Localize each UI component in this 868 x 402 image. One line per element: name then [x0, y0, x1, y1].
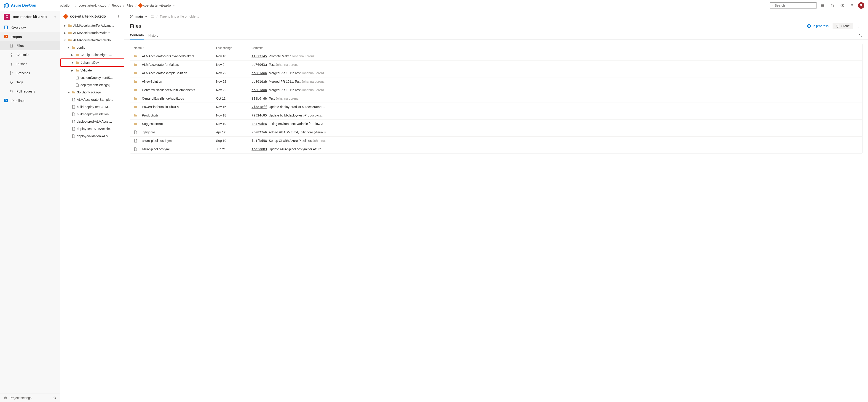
tree-folder[interactable]: ▶JohannaDev	[60, 59, 124, 67]
file-icon	[72, 134, 75, 138]
commit-hash[interactable]: 7fda18ff	[251, 105, 267, 109]
tree-repo-header[interactable]: coe-starter-kit-azdo ⋮	[60, 11, 124, 22]
chevron-right-icon[interactable]: ▶	[67, 91, 70, 94]
list-icon[interactable]	[818, 1, 827, 10]
tree-file[interactable]: build-deploy-validation...	[60, 110, 124, 118]
commit-hash[interactable]: fad3a803	[251, 147, 267, 151]
chevron-down-icon[interactable]: ▼	[67, 46, 70, 49]
table-row[interactable]: PowerPlatformGitHubALMNov 167fda18ff Upd…	[130, 103, 862, 111]
tree-folder[interactable]: ▼ALMAcceleratorSampleSol...	[60, 37, 124, 44]
branch-icon	[130, 14, 133, 18]
collapse-sidebar-icon[interactable]	[53, 396, 57, 400]
more-actions-button[interactable]: ⋮	[855, 23, 863, 29]
commit-hash[interactable]: ae76063a	[251, 63, 267, 66]
commit-hash[interactable]: cb801dab	[251, 80, 267, 83]
branch-bar: main / Type to find a file or folder...	[130, 13, 863, 20]
table-row[interactable]: CenterofExcellenceAuditComponentsNov 22c…	[130, 86, 862, 94]
table-row[interactable]: azure-pipelines.ymlJun 21fad3a803 Update…	[130, 145, 862, 153]
tree-folder[interactable]: ▶Validate	[60, 67, 124, 74]
commit-message: Test Johanna Lorenz	[269, 63, 299, 66]
nav-commits[interactable]: Commits	[0, 50, 60, 59]
commit-hash[interactable]: cb801dab	[251, 71, 267, 75]
chevron-right-icon[interactable]: ▶	[71, 61, 74, 64]
table-row[interactable]: azure-pipelines-1.ymlSep 10fa1fbd58 Set …	[130, 137, 862, 145]
commit-hash[interactable]: 018b6fdb	[251, 97, 267, 100]
tree-more-button[interactable]: ⋮	[117, 14, 121, 19]
branch-selector[interactable]: main	[130, 14, 148, 18]
tree-folder[interactable]: ▶ALMAcceleratorForAdvanc...	[60, 22, 124, 29]
project-header[interactable]: C coe-starter-kit-azdo +	[0, 11, 60, 23]
breadcrumb-item[interactable]: coe-starter-kit-azdo	[79, 4, 106, 7]
svg-line-1	[773, 5, 773, 6]
table-row[interactable]: .gitignoreApr 129ce827a6 Added README.md…	[130, 128, 862, 137]
tree-file[interactable]: deploy-test-ALMAccele...	[60, 125, 124, 132]
tree-file[interactable]: ALMAcceleratorSample...	[60, 96, 124, 103]
nav-pushes[interactable]: Pushes	[0, 59, 60, 69]
commit-hash[interactable]: fa1fbd58	[251, 139, 267, 142]
table-row[interactable]: ProductivityNov 1879524c85 Update build-…	[130, 111, 862, 120]
header-commits[interactable]: Commits	[251, 46, 859, 49]
help-icon[interactable]	[838, 1, 847, 10]
header-name[interactable]: Name ↑	[134, 46, 216, 49]
file-icon	[72, 105, 75, 109]
breadcrumb-repo-selector[interactable]: coe-starter-kit-azdo	[139, 4, 175, 7]
table-row[interactable]: ALMAcceleratorForAdvancedMakersNov 10f15…	[130, 52, 862, 61]
breadcrumb-item[interactable]: pplatform	[60, 4, 73, 7]
header-last-change[interactable]: Last change	[216, 46, 251, 49]
tree-file[interactable]: deploy-prod-ALMAccel...	[60, 118, 124, 125]
tree-file[interactable]: build-deploy-test-ALM...	[60, 103, 124, 110]
table-row[interactable]: SuggestionBoxNov 1938470dc6 Fixing envir…	[130, 120, 862, 128]
nav-pull-requests[interactable]: Pull requests	[0, 87, 60, 96]
nav-tags[interactable]: Tags	[0, 78, 60, 87]
user-avatar[interactable]: JL	[858, 2, 864, 9]
path-input[interactable]: / Type to find a file or folder...	[151, 14, 863, 18]
user-settings-icon[interactable]	[848, 1, 857, 10]
tree-file[interactable]: deploymentSettings.j...	[60, 81, 124, 89]
nav-pipelines[interactable]: Pipelines	[0, 96, 60, 105]
chevron-right-icon[interactable]: ▶	[63, 24, 67, 27]
tree-item-more-button[interactable]: ⋮	[119, 61, 123, 65]
chevron-right-icon[interactable]: ▶	[63, 32, 67, 34]
clone-button[interactable]: Clone	[833, 23, 853, 29]
tab-contents[interactable]: Contents	[130, 32, 144, 39]
commit-message: Update deploy-prod-ALMAcceleratorF...	[269, 105, 325, 109]
search-box[interactable]	[770, 2, 817, 8]
tab-history[interactable]: History	[148, 32, 158, 39]
logo-section[interactable]: Azure DevOps	[4, 3, 60, 8]
commit-hash[interactable]: f1573145	[251, 54, 267, 58]
search-input[interactable]	[775, 4, 815, 7]
nav-overview[interactable]: Overview	[0, 23, 60, 32]
chevron-down-icon[interactable]: ▼	[63, 39, 67, 41]
in-progress-link[interactable]: in progress	[807, 24, 829, 28]
tree-item-label: config	[77, 46, 85, 49]
breadcrumb-item[interactable]: Files	[126, 4, 133, 7]
chevron-right-icon[interactable]: ▶	[70, 69, 74, 72]
tree-file[interactable]: customDeploymentS...	[60, 74, 124, 81]
sidebar-footer[interactable]: Project settings	[0, 394, 60, 402]
table-row[interactable]: ALMAcceleratorSampleSolutionNov 22cb801d…	[130, 69, 862, 77]
add-project-button[interactable]: +	[54, 14, 57, 20]
chevron-right-icon[interactable]: ▶	[70, 54, 74, 57]
breadcrumb-item[interactable]: Repos	[112, 4, 121, 7]
commit-hash[interactable]: 79524c85	[251, 113, 267, 117]
svg-rect-24	[4, 99, 8, 102]
nav-branches[interactable]: Branches	[0, 69, 60, 78]
tree-folder[interactable]: ▶SolutionPackage	[60, 89, 124, 96]
svg-point-21	[10, 90, 11, 91]
commit-hash[interactable]: cb801dab	[251, 88, 267, 92]
tree-file[interactable]: deploy-validation-ALM...	[60, 132, 124, 140]
pushes-icon	[10, 62, 13, 66]
tree-folder[interactable]: ▶ALMAcceleratorforMakers	[60, 29, 124, 37]
tree-folder[interactable]: ▶ConfigurationMigrati...	[60, 51, 124, 59]
fullscreen-button[interactable]	[859, 34, 863, 37]
table-row[interactable]: CenterofExcellenceAuditLogsOct 11018b6fd…	[130, 94, 862, 103]
nav-files[interactable]: Files	[0, 41, 60, 50]
commit-hash[interactable]: 9ce827a6	[251, 130, 267, 134]
table-row[interactable]: ALMAcceleratorforMakersNov 2ae76063a Tes…	[130, 61, 862, 69]
tree-item-label: ALMAcceleratorforMakers	[73, 31, 110, 35]
nav-repos[interactable]: Repos	[0, 32, 60, 41]
commit-hash[interactable]: 38470dc6	[251, 122, 267, 126]
tree-folder[interactable]: ▼config	[60, 44, 124, 51]
shopping-bag-icon[interactable]	[828, 1, 837, 10]
table-row[interactable]: ANewSolutionNov 22cb801dab Merged PR 101…	[130, 77, 862, 86]
